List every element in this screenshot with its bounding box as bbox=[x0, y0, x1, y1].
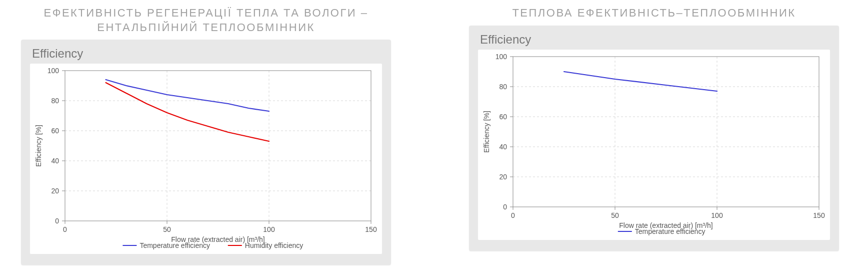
chart-svg-left: 050100150020406080100Flow rate (extracte… bbox=[30, 64, 382, 254]
svg-text:100: 100 bbox=[496, 53, 508, 61]
svg-text:80: 80 bbox=[51, 97, 59, 105]
heading-right: ТЕПЛОВА ЕФЕКТИВНІСТЬ–ТЕПЛООБМІННИК bbox=[512, 6, 796, 21]
svg-text:0: 0 bbox=[63, 225, 67, 233]
svg-text:100: 100 bbox=[263, 225, 275, 233]
panel-heat: ТЕПЛОВА ЕФЕКТИВНІСТЬ–ТЕПЛООБМІННИК Effic… bbox=[469, 0, 839, 266]
plot-area-left: 050100150020406080100Flow rate (extracte… bbox=[30, 64, 382, 254]
svg-text:20: 20 bbox=[499, 173, 507, 181]
svg-text:60: 60 bbox=[51, 127, 59, 135]
panel-enthalpy: ЕФЕКТИВНІСТЬ РЕГЕНЕРАЦІЇ ТЕПЛА ТА ВОЛОГИ… bbox=[21, 0, 391, 266]
series-line bbox=[106, 83, 269, 141]
svg-text:80: 80 bbox=[499, 83, 507, 91]
series-line bbox=[564, 72, 717, 91]
card-title-left: Efficiency bbox=[21, 40, 391, 64]
chart-svg-right: 050100150020406080100Flow rate (extracte… bbox=[478, 50, 830, 240]
svg-text:100: 100 bbox=[48, 67, 60, 75]
legend-label: Humidity efficiency bbox=[245, 241, 303, 249]
svg-text:100: 100 bbox=[711, 211, 723, 219]
svg-text:20: 20 bbox=[51, 187, 59, 195]
legend-label: Temperature efficiency bbox=[140, 241, 210, 249]
svg-text:0: 0 bbox=[511, 211, 515, 219]
legend-label: Temperature efficiency bbox=[635, 227, 706, 235]
svg-rect-6 bbox=[65, 71, 371, 221]
svg-text:0: 0 bbox=[503, 203, 507, 211]
chart-card-left: Efficiency 050100150020406080100Flow rat… bbox=[21, 40, 391, 265]
svg-text:50: 50 bbox=[163, 225, 171, 233]
heading-left: ЕФЕКТИВНІСТЬ РЕГЕНЕРАЦІЇ ТЕПЛА ТА ВОЛОГИ… bbox=[44, 6, 368, 35]
svg-text:0: 0 bbox=[55, 217, 59, 225]
svg-text:150: 150 bbox=[813, 211, 825, 219]
svg-rect-33 bbox=[513, 57, 819, 207]
card-title-right: Efficiency bbox=[469, 26, 839, 50]
chart-card-right: Efficiency 050100150020406080100Flow rat… bbox=[469, 26, 839, 251]
svg-text:40: 40 bbox=[51, 157, 59, 165]
svg-text:50: 50 bbox=[611, 211, 619, 219]
plot-area-right: 050100150020406080100Flow rate (extracte… bbox=[478, 50, 830, 240]
y-axis-label: Efficiency [%] bbox=[34, 125, 42, 167]
svg-text:60: 60 bbox=[499, 113, 507, 121]
svg-text:40: 40 bbox=[499, 143, 507, 151]
y-axis-label: Efficiency [%] bbox=[482, 111, 490, 153]
page: ЕФЕКТИВНІСТЬ РЕГЕНЕРАЦІЇ ТЕПЛА ТА ВОЛОГИ… bbox=[0, 0, 868, 276]
svg-text:150: 150 bbox=[365, 225, 377, 233]
